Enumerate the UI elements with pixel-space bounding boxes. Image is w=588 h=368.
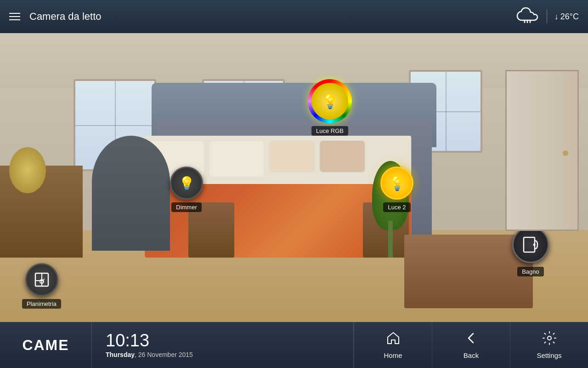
svg-point-6 [548, 336, 551, 340]
bagno-door-icon [522, 236, 539, 253]
home-label: Home [384, 351, 402, 359]
dimmer-label: Dimmer [171, 202, 202, 212]
door [505, 70, 579, 231]
weather-display: ↓ 26°C [554, 12, 579, 22]
footer-nav: Home Back Settings [353, 322, 588, 368]
luce2-control[interactable]: 💡 Luce 2 [380, 167, 413, 212]
lucergb-bulb-icon: 💡 [322, 93, 339, 109]
back-icon [464, 331, 479, 349]
time-display: 10:13 [106, 332, 353, 349]
back-button[interactable]: Back [432, 322, 510, 368]
settings-label: Settings [537, 351, 561, 359]
date-bold: Thursday [106, 351, 135, 358]
bulb-icon: 💡 [179, 176, 195, 191]
lucergb-button[interactable]: 💡 [311, 83, 348, 120]
chair [92, 136, 170, 251]
temperature-icon: ↓ [554, 12, 559, 22]
mirror [9, 147, 46, 193]
luce2-label: Luce 2 [383, 202, 410, 212]
temperature-value: 26°C [560, 12, 579, 22]
page-title: Camera da letto [29, 11, 515, 23]
header-divider [547, 10, 547, 23]
planimetria-control[interactable]: Planimetria [22, 263, 61, 309]
footer-time-area: 10:13 Thursday, 26 November 2015 [92, 332, 353, 358]
planimetria-button[interactable] [25, 263, 58, 296]
planimetria-label: Planimetria [22, 299, 61, 309]
header-right: ↓ 26°C [515, 7, 579, 26]
dimmer-control[interactable]: 💡 Dimmer [170, 167, 203, 212]
menu-icon[interactable] [9, 13, 20, 20]
bagno-label: Bagno [517, 267, 544, 276]
bagno-control[interactable]: Bagno [512, 226, 549, 276]
bagno-button[interactable] [512, 226, 549, 263]
svg-point-5 [533, 244, 536, 246]
luce2-bulb-icon: 💡 [389, 175, 406, 191]
svg-rect-4 [524, 237, 535, 252]
settings-button[interactable]: Settings [510, 322, 588, 368]
home-icon [386, 331, 401, 349]
dimmer-button[interactable]: 💡 [170, 167, 203, 200]
date-display: Thursday, 26 November 2015 [106, 351, 353, 358]
settings-icon [542, 331, 557, 349]
header: Camera da letto ↓ 26°C [0, 0, 588, 33]
date-suffix: , 26 November 2015 [135, 351, 193, 358]
brand-name: CAME [22, 337, 69, 354]
back-label: Back [464, 351, 479, 359]
lucergb-control[interactable]: 💡 Luce RGB [308, 79, 352, 136]
footer: CAME 10:13 Thursday, 26 November 2015 Ho… [0, 322, 588, 368]
lucergb-label: Luce RGB [311, 126, 348, 136]
cloud-icon [515, 7, 539, 26]
brand-area: CAME [0, 322, 92, 368]
scene-view: 💡 Dimmer 💡 Luce 2 💡 Luce RGB [0, 33, 588, 322]
planimetria-icon [34, 271, 50, 288]
rgb-ring[interactable]: 💡 [308, 79, 352, 123]
luce2-button[interactable]: 💡 [380, 167, 413, 200]
home-button[interactable]: Home [354, 322, 432, 368]
